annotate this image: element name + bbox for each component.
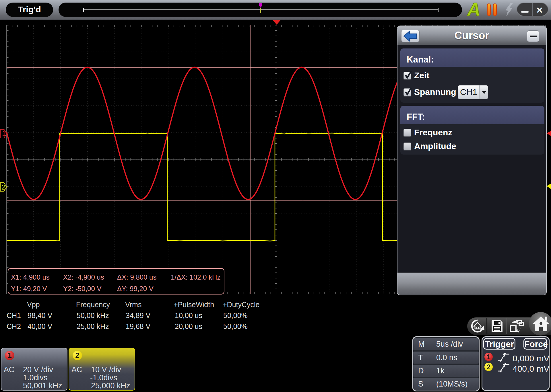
svg-text:A: A xyxy=(467,1,480,18)
svg-text:1: 1 xyxy=(2,130,6,137)
svg-text:2: 2 xyxy=(2,183,5,191)
